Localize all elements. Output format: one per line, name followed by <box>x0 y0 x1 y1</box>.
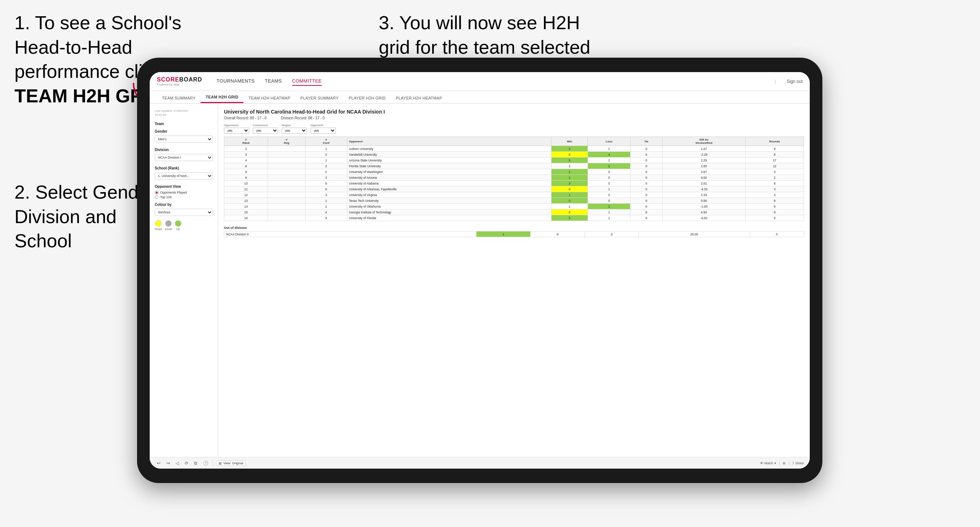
team-section-label: Team <box>155 122 213 126</box>
cell-tie: 0 <box>630 169 662 175</box>
filter-region-label: Region <box>282 124 307 127</box>
nav-committee[interactable]: COMMITTEE <box>292 77 322 86</box>
sub-nav-team-summary[interactable]: TEAM SUMMARY <box>157 93 200 103</box>
cell-loss: 1 <box>588 157 630 163</box>
cell-rank: 9 <box>224 175 268 181</box>
division-select[interactable]: NCAA Division I <box>155 154 213 161</box>
cell-reg <box>268 152 305 157</box>
back-button[interactable]: ◁ <box>174 460 180 467</box>
cell-loss: 0 <box>588 198 630 204</box>
radio-label-opponents: Opponents Played <box>160 191 187 194</box>
nav-tournaments[interactable]: TOURNAMENTS <box>217 77 255 86</box>
colour-by-label: Colour by <box>155 203 213 206</box>
cell-win: 5 <box>551 157 587 163</box>
logo-main: BOARD <box>179 76 202 83</box>
school-label: School (Rank) <box>155 166 213 170</box>
cell-tie: 0 <box>630 157 662 163</box>
cell-diff: 2.61 <box>662 181 745 186</box>
cell-loss: 2 <box>588 163 630 169</box>
sub-nav-team-h2h-heatmap[interactable]: TEAM H2H HEATMAP <box>243 93 295 103</box>
cell-opponent: Texas Tech University <box>347 198 551 204</box>
cell-rounds: 17 <box>746 157 804 163</box>
cell-tie: 0 <box>630 146 662 152</box>
cell-reg <box>268 181 305 186</box>
cell-opponent: University of Arkansas, Fayetteville <box>347 186 551 192</box>
cell-loss: 1 <box>588 210 630 215</box>
timestamp: Last Updated: 27/03/2024 16:55:38 <box>155 109 213 117</box>
cell-rank: 3 <box>224 152 268 157</box>
cell-rank: 13 <box>224 198 268 204</box>
sub-nav-player-h2h-grid[interactable]: PLAYER H2H GRID <box>344 93 391 103</box>
cell-win: 0 <box>551 210 587 215</box>
cell-conf: 1 <box>305 198 347 204</box>
nav-teams[interactable]: TEAMS <box>265 77 282 86</box>
watch-button[interactable]: 👁 Watch ▾ <box>760 461 776 465</box>
watch-chevron: ▾ <box>775 461 776 465</box>
col-diff: Diff AvStrokes/Rnd <box>662 137 745 146</box>
cell-loss: 1 <box>588 186 630 192</box>
cell-conf: 5 <box>305 181 347 186</box>
filter-opponent-select[interactable]: (All) <box>310 128 336 134</box>
table-row: 2 1 Auburn University 2 1 0 1.67 9 <box>224 146 804 152</box>
redo-button[interactable]: ↪ <box>165 460 171 467</box>
ood-cell-diff: 26.00 <box>639 232 750 237</box>
clock-button[interactable]: 🕐 <box>202 460 210 467</box>
cell-diff: -1.00 <box>662 204 745 210</box>
radio-top100[interactable]: Top 100 <box>155 195 213 199</box>
ood-cell-tie: 0 <box>585 232 639 237</box>
cell-tie: 0 <box>630 198 662 204</box>
filter-opponents-select[interactable]: (All) <box>224 128 249 134</box>
view-original-button[interactable]: ▤ View: Original <box>216 460 246 466</box>
filter-conf-select[interactable]: (All) <box>253 128 278 134</box>
radio-opponents-played[interactable]: Opponents Played <box>155 191 213 194</box>
cell-tie: 0 <box>630 175 662 181</box>
watch-label: Watch <box>764 461 773 465</box>
cell-rank: 4 <box>224 157 268 163</box>
ood-table-row: NCAA Division II 1 0 0 26.00 3 <box>224 232 804 237</box>
table-row: 10 5 University of Alabama 3 0 0 2.61 8 <box>224 181 804 186</box>
cell-loss: 0 <box>588 175 630 181</box>
undo-button[interactable]: ↩ <box>156 460 162 467</box>
share-button[interactable]: ⤴ Share <box>792 461 804 465</box>
toolbar-divider <box>213 460 213 466</box>
layout-button[interactable]: ⊞ <box>783 461 786 465</box>
tablet-device: SCOREBOARD Powered by clippi TOURNAMENTS… <box>137 58 822 483</box>
school-select[interactable]: 1. University of Nort... <box>155 172 213 179</box>
ood-cell-rounds: 3 <box>749 232 803 237</box>
gender-select[interactable]: Men's <box>155 135 213 143</box>
sub-nav-player-summary[interactable]: PLAYER SUMMARY <box>295 93 344 103</box>
table-row: 12 3 University of Virginia 1 0 0 2.33 3 <box>224 192 804 198</box>
cell-diff: 1.83 <box>662 163 745 169</box>
cell-diff: 2.29 <box>662 157 745 163</box>
cell-rounds: 8 <box>746 181 804 186</box>
cell-reg <box>268 198 305 204</box>
cell-rounds: 12 <box>746 163 804 169</box>
view-icon: ▤ <box>219 461 222 465</box>
col-opponent: Opponent <box>347 137 551 146</box>
cell-diff: 9.00 <box>662 175 745 181</box>
filter-opponents: Opponents: (All) <box>224 124 249 134</box>
ood-cell-win: 1 <box>476 232 531 237</box>
refresh-button[interactable]: ⟳ <box>183 460 190 467</box>
radio-dot-top100 <box>155 195 158 199</box>
legend-down: Down <box>155 220 162 231</box>
legend-label-down: Down <box>155 227 162 231</box>
cell-loss: 1 <box>588 215 630 221</box>
sign-out-button[interactable]: Sign out <box>787 79 803 84</box>
sub-nav-team-h2h-grid[interactable]: TEAM H2H GRID <box>200 92 243 103</box>
grid-records: Overall Record: 89 - 17 - 0 Division Rec… <box>224 116 804 120</box>
col-win: Win <box>551 137 587 146</box>
out-of-division-table: NCAA Division II 1 0 0 26.00 3 <box>224 231 804 237</box>
copy-button[interactable]: ⧉ <box>192 460 199 467</box>
cell-reg <box>268 210 305 215</box>
cell-loss: 1 <box>588 146 630 152</box>
colour-by-select[interactable]: Win/loss <box>155 209 213 216</box>
cell-rounds: 9 <box>746 198 804 204</box>
cell-loss: 0 <box>588 192 630 198</box>
overall-record: Overall Record: 89 - 17 - 0 <box>224 116 267 120</box>
sub-nav-player-h2h-heatmap[interactable]: PLAYER H2H HEATMAP <box>391 93 447 103</box>
filter-region-select[interactable]: (All) <box>282 128 307 134</box>
cell-conf: 2 <box>305 169 347 175</box>
out-of-division-label: Out of division <box>224 226 804 230</box>
cell-diff: 3.67 <box>662 169 745 175</box>
